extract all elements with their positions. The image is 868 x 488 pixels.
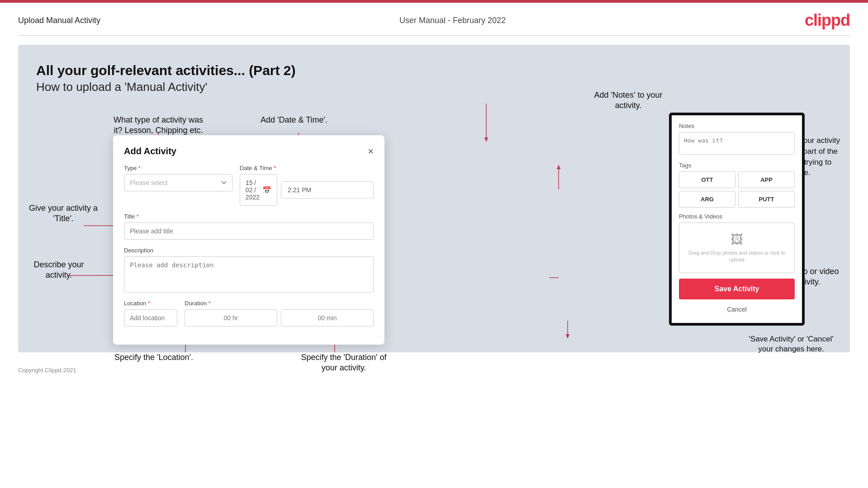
annotation-location: Specify the 'Location'.	[109, 352, 199, 363]
duration-group: Duration *	[185, 300, 374, 327]
datetime-label: Date & Time *	[240, 165, 374, 171]
calendar-icon: 📅	[262, 186, 271, 194]
copyright: Copyright Clippd 2021	[18, 367, 76, 374]
tag-arg[interactable]: ARG	[679, 191, 735, 208]
annotation-duration: Specify the 'Duration' of your activity.	[294, 352, 394, 374]
photos-label: Photos & Videos	[679, 213, 795, 220]
annotation-date-time: Add 'Date & Time'.	[253, 115, 335, 125]
logo: clippd	[805, 11, 850, 30]
location-label: Location *	[124, 300, 177, 307]
date-time-inputs: 15 / 02 / 2022 📅	[240, 174, 374, 206]
header: Upload Manual Activity User Manual - Feb…	[0, 3, 868, 35]
main-content: All your golf-relevant activities... (Pa…	[18, 45, 850, 352]
description-group: Description	[124, 247, 374, 293]
duration-hr-input[interactable]	[185, 309, 277, 327]
svg-marker-13	[484, 137, 488, 142]
type-label: Type *	[124, 165, 232, 171]
tag-ott[interactable]: OTT	[679, 171, 735, 188]
tags-grid: OTT APP ARG PUTT	[679, 171, 795, 208]
save-activity-button[interactable]: Save Activity	[679, 279, 795, 299]
header-divider	[18, 35, 850, 36]
time-input[interactable]	[281, 181, 374, 199]
footer: Copyright Clippd 2021	[0, 361, 868, 379]
annotation-description: Describe your activity.	[27, 260, 90, 281]
upload-text: Drag and Drop photos and videos or click…	[684, 250, 790, 264]
title-group: Title *	[124, 213, 374, 240]
date-input[interactable]: 15 / 02 / 2022 📅	[240, 174, 277, 206]
title-label: Title *	[124, 213, 374, 220]
annotation-notes: Add 'Notes' to your activity.	[588, 90, 669, 111]
tag-putt[interactable]: PUTT	[738, 191, 795, 208]
type-datetime-row: Type * Please select Date & Time * 15 / …	[124, 165, 374, 206]
location-input[interactable]	[124, 309, 177, 327]
datetime-group: Date & Time * 15 / 02 / 2022 📅	[240, 165, 374, 206]
tag-app[interactable]: APP	[738, 171, 795, 188]
type-select[interactable]: Please select	[124, 174, 232, 191]
phone-panel: Notes Tags OTT APP ARG PUTT Photos & Vid…	[669, 113, 805, 326]
notes-label: Notes	[679, 123, 795, 129]
description-textarea[interactable]	[124, 256, 374, 293]
type-group: Type * Please select	[124, 165, 232, 206]
location-group: Location *	[124, 300, 177, 327]
manual-title: User Manual - February 2022	[399, 16, 506, 25]
section-title: All your golf-relevant activities... (Pa…	[36, 63, 832, 78]
cancel-link[interactable]: Cancel	[679, 303, 795, 316]
duration-label: Duration *	[185, 300, 374, 307]
svg-marker-18	[566, 334, 569, 339]
add-activity-modal: Add Activity × Type * Please select Date…	[113, 135, 384, 345]
photo-upload-area[interactable]: 🖼 Drag and Drop photos and videos or cli…	[679, 223, 795, 273]
section-subtitle: How to upload a 'Manual Activity'	[36, 80, 832, 94]
phone-panel-inner: Notes Tags OTT APP ARG PUTT Photos & Vid…	[672, 115, 802, 323]
annotation-activity-type: What type of activity was it? Lesson, Ch…	[113, 115, 204, 136]
tags-label: Tags	[679, 162, 795, 169]
location-duration-row: Location * Duration *	[124, 300, 374, 327]
svg-marker-15	[557, 165, 560, 169]
title-input[interactable]	[124, 223, 374, 240]
duration-inputs	[185, 309, 374, 327]
modal-close-button[interactable]: ×	[368, 147, 374, 156]
upload-icon: 🖼	[684, 232, 790, 247]
annotation-title: Give your activity a 'Title'.	[27, 203, 100, 224]
modal-header: Add Activity ×	[124, 146, 374, 156]
notes-textarea[interactable]	[679, 132, 795, 155]
page-title: Upload Manual Activity	[18, 16, 100, 25]
duration-min-input[interactable]	[281, 309, 374, 327]
annotation-save: 'Save Activity' or 'Cancel' your changes…	[741, 334, 841, 354]
modal-title: Add Activity	[124, 146, 176, 156]
description-label: Description	[124, 247, 374, 254]
